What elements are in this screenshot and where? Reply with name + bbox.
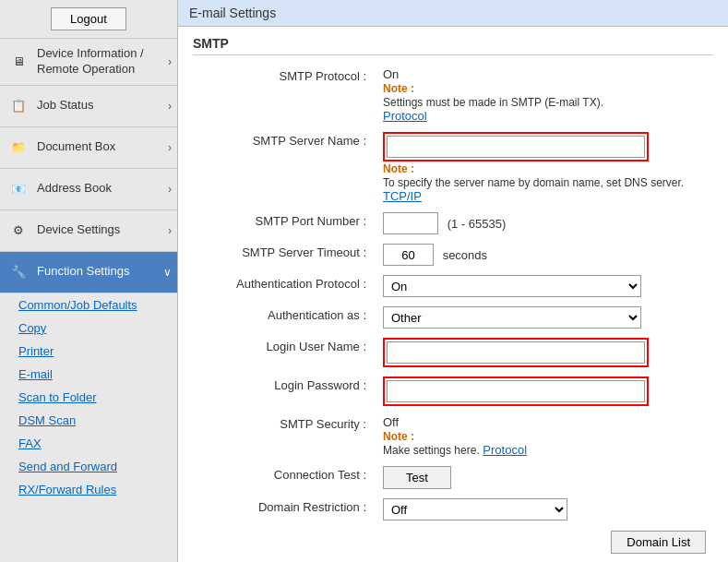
- sidebar-item-address-book[interactable]: 📧 Address Book ›: [0, 169, 177, 210]
- smtp-timeout-label: SMTP Server Timeout :: [193, 239, 377, 270]
- smtp-security-row: SMTP Security : Off Note : Make settings…: [193, 411, 713, 461]
- bottom-row: Domain List: [193, 525, 713, 559]
- login-password-input[interactable]: [387, 380, 645, 402]
- auth-as-value-cell: Other POP before SMTP: [377, 302, 713, 333]
- function-settings-submenu: Common/Job Defaults Copy Printer E-mail …: [0, 293, 177, 501]
- sub-item-scan-to-folder[interactable]: Scan to Folder: [0, 386, 177, 409]
- logout-area: Logout: [0, 0, 177, 39]
- login-password-value-cell: [377, 372, 713, 411]
- smtp-server-name-row: SMTP Server Name : Note : To specify the…: [193, 127, 713, 208]
- arrow-icon: ›: [168, 55, 172, 68]
- smtp-protocol-link[interactable]: Protocol: [383, 109, 427, 123]
- sidebar-item-label: Function Settings: [37, 264, 163, 280]
- smtp-note-text: Settings must be made in SMTP (E-mail TX…: [383, 96, 603, 109]
- sidebar-item-device-info[interactable]: 🖥 Device Information /Remote Operation ›: [0, 39, 177, 86]
- smtp-protocol-value: On Note : Settings must be made in SMTP …: [377, 63, 713, 127]
- function-settings-icon: 🔧: [6, 259, 31, 285]
- login-user-input[interactable]: [387, 341, 645, 364]
- smtp-security-value-cell: Off Note : Make settings here. Protocol: [377, 411, 713, 461]
- smtp-timeout-value-cell: seconds: [377, 239, 713, 270]
- domain-restriction-row: Domain Restriction : Off On: [193, 494, 713, 525]
- auth-as-select[interactable]: Other POP before SMTP: [383, 306, 641, 329]
- smtp-protocol-row: SMTP Protocol : On Note : Settings must …: [193, 63, 713, 127]
- smtp-security-note-label: Note :: [383, 430, 414, 443]
- smtp-server-name-label: SMTP Server Name :: [193, 127, 377, 208]
- document-box-icon: 📁: [6, 135, 31, 161]
- sub-item-printer[interactable]: Printer: [0, 340, 177, 363]
- arrow-icon: ›: [168, 224, 172, 237]
- sidebar-item-label: Device Settings: [37, 222, 168, 238]
- auth-protocol-select[interactable]: Off On: [383, 275, 641, 297]
- auth-protocol-label: Authentication Protocol :: [193, 270, 377, 302]
- sub-item-common[interactable]: Common/Job Defaults: [0, 293, 177, 317]
- connection-test-value-cell: Test: [377, 461, 713, 494]
- job-status-icon: 📋: [6, 93, 31, 119]
- smtp-server-note-text: To specify the server name by domain nam…: [383, 176, 684, 189]
- connection-test-label: Connection Test :: [193, 461, 377, 494]
- sub-item-copy[interactable]: Copy: [0, 317, 177, 340]
- login-user-label: Login User Name :: [193, 333, 377, 372]
- sub-item-rx-forward[interactable]: RX/Forward Rules: [0, 478, 177, 501]
- auth-protocol-row: Authentication Protocol : Off On: [193, 270, 713, 302]
- sidebar-item-label: Device Information /Remote Operation: [37, 46, 168, 78]
- smtp-protocol-text: On: [383, 67, 399, 81]
- domain-list-button[interactable]: Domain List: [611, 531, 706, 554]
- login-user-value-cell: [377, 333, 713, 372]
- sidebar-item-device-settings[interactable]: ⚙ Device Settings ›: [0, 210, 177, 252]
- smtp-timeout-row: SMTP Server Timeout : seconds: [193, 239, 713, 270]
- sidebar-item-function-settings[interactable]: 🔧 Function Settings ∨: [0, 252, 177, 293]
- smtp-port-row: SMTP Port Number : (1 - 65535): [193, 208, 713, 239]
- smtp-security-protocol-link[interactable]: Protocol: [483, 443, 527, 457]
- sidebar-item-job-status[interactable]: 📋 Job Status ›: [0, 86, 177, 127]
- arrow-icon: ›: [168, 141, 172, 154]
- smtp-timeout-unit: seconds: [443, 248, 487, 262]
- auth-as-row: Authentication as : Other POP before SMT…: [193, 302, 713, 333]
- login-password-row: Login Password :: [193, 372, 713, 411]
- device-info-icon: 🖥: [6, 49, 31, 75]
- arrow-icon: ›: [168, 183, 172, 196]
- sidebar-item-label: Document Box: [37, 139, 168, 155]
- domain-restriction-select[interactable]: Off On: [383, 498, 567, 520]
- smtp-form-table: SMTP Protocol : On Note : Settings must …: [193, 63, 713, 525]
- smtp-note-label: Note :: [383, 82, 414, 95]
- smtp-port-value-cell: (1 - 65535): [377, 208, 713, 239]
- login-password-label: Login Password :: [193, 372, 377, 411]
- test-button[interactable]: Test: [383, 466, 451, 489]
- sub-item-dsm-scan[interactable]: DSM Scan: [0, 409, 177, 432]
- content-area: SMTP SMTP Protocol : On Note : Settings …: [178, 27, 728, 562]
- smtp-server-name-input[interactable]: [387, 136, 645, 158]
- domain-restriction-label: Domain Restriction :: [193, 494, 377, 525]
- device-settings-icon: ⚙: [6, 218, 31, 244]
- smtp-port-input[interactable]: [383, 212, 438, 234]
- sidebar-item-document-box[interactable]: 📁 Document Box ›: [0, 127, 177, 169]
- tcp-ip-link[interactable]: TCP/IP: [383, 189, 422, 203]
- smtp-port-range: (1 - 65535): [448, 217, 507, 231]
- smtp-security-label: SMTP Security :: [193, 411, 377, 461]
- sidebar-item-label: Address Book: [37, 181, 168, 197]
- sub-item-send-forward[interactable]: Send and Forward: [0, 455, 177, 478]
- sub-item-fax[interactable]: FAX: [0, 432, 177, 455]
- chevron-down-icon: ∨: [163, 266, 172, 279]
- main-content: E-mail Settings SMTP SMTP Protocol : On …: [178, 0, 728, 562]
- address-book-icon: 📧: [6, 176, 31, 202]
- arrow-icon: ›: [168, 100, 172, 113]
- domain-restriction-value-cell: Off On: [377, 494, 713, 525]
- section-title: SMTP: [193, 36, 713, 55]
- logout-button[interactable]: Logout: [51, 7, 126, 30]
- login-user-row: Login User Name :: [193, 333, 713, 372]
- page-title: E-mail Settings: [178, 0, 728, 27]
- smtp-security-note-text: Make settings here.: [383, 444, 480, 457]
- connection-test-row: Connection Test : Test: [193, 461, 713, 494]
- smtp-timeout-input[interactable]: [383, 244, 434, 266]
- smtp-security-text: Off: [383, 415, 399, 429]
- smtp-server-name-value-cell: Note : To specify the server name by dom…: [377, 127, 713, 208]
- smtp-port-label: SMTP Port Number :: [193, 208, 377, 239]
- sidebar: Logout 🖥 Device Information /Remote Oper…: [0, 0, 178, 562]
- sub-item-email[interactable]: E-mail: [0, 363, 177, 386]
- sidebar-item-label: Job Status: [37, 98, 168, 114]
- smtp-server-note-label: Note :: [383, 162, 414, 175]
- auth-as-label: Authentication as :: [193, 302, 377, 333]
- smtp-protocol-label: SMTP Protocol :: [193, 63, 377, 127]
- auth-protocol-value-cell: Off On: [377, 270, 713, 302]
